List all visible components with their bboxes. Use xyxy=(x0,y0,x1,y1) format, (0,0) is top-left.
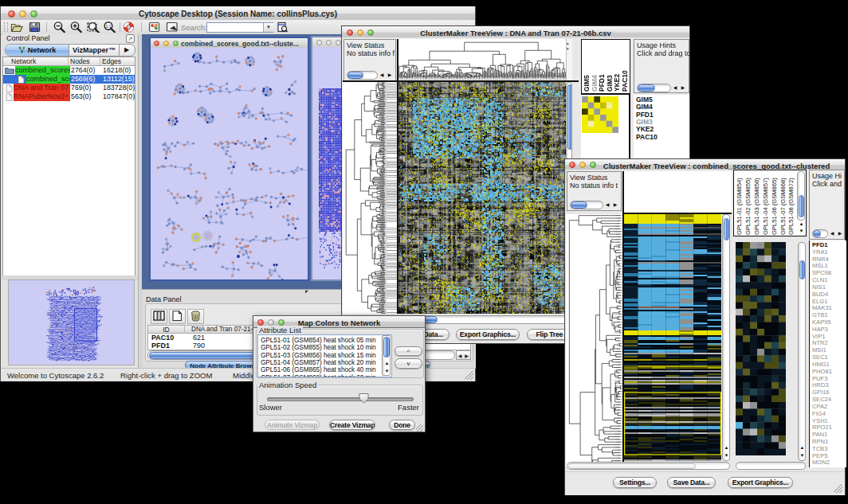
tv1-row-dendrogram[interactable] xyxy=(343,81,387,314)
attribute-search-button[interactable] xyxy=(277,21,289,33)
scroll-down-arrow-icon[interactable]: ▼ xyxy=(723,453,730,460)
tv2-minimize-button[interactable] xyxy=(579,162,586,168)
scrollbar-thumb[interactable] xyxy=(799,195,804,217)
annotation-tool-button[interactable] xyxy=(166,21,179,33)
create-attribute-button[interactable] xyxy=(171,311,183,322)
data-panel-collapse-arrow-icon[interactable]: ◤ xyxy=(305,289,308,294)
scroll-right-arrow-icon[interactable]: ▶ xyxy=(463,350,471,360)
scroll-down-arrow-icon[interactable]: ▼ xyxy=(798,229,805,235)
scroll-left-arrow-icon[interactable]: ◀ xyxy=(378,71,386,80)
attribute-list-item[interactable]: GPL51-07 (GSM868) heat shock 60 min xyxy=(261,373,376,378)
toolbar-drag-handle[interactable] xyxy=(4,22,8,32)
scroll-left-arrow-icon[interactable]: ◀ xyxy=(603,201,611,209)
attribute-list-vscroll[interactable]: ▲▼ xyxy=(382,335,391,376)
scroll-left-arrow-icon[interactable]: ◀ xyxy=(828,229,836,238)
scrollbar-thumb[interactable] xyxy=(571,201,587,209)
search-dropdown-arrow-icon[interactable]: ▼ xyxy=(263,23,273,32)
frame2-close-button[interactable] xyxy=(316,40,322,45)
network-modules-button[interactable] xyxy=(148,21,160,33)
dialog-button-animate-vizmap[interactable]: Animate Vizmap xyxy=(265,420,320,430)
network-table-row[interactable]: RNAPuberNov2+563(0)107847(0) xyxy=(3,92,135,101)
frame2-minimize-button[interactable] xyxy=(326,40,332,45)
animation-speed-slider-thumb[interactable] xyxy=(359,393,369,404)
tv1-zoom-matrix[interactable] xyxy=(582,96,618,133)
float-panel-icon[interactable]: ↗ xyxy=(126,34,135,43)
tab-network[interactable]: Network xyxy=(6,45,69,56)
scroll-down-arrow-icon[interactable]: ▼ xyxy=(383,368,391,375)
tv2-zoom-heatmap[interactable] xyxy=(736,242,786,455)
move-up-button[interactable]: ^ xyxy=(395,346,422,356)
delete-attribute-button[interactable] xyxy=(190,311,202,322)
scrollbar-thumb[interactable] xyxy=(799,260,805,279)
scrollbar-thumb[interactable] xyxy=(568,463,696,469)
zoom-selected-button[interactable] xyxy=(87,21,100,33)
tiny-down-arrow-icon[interactable]: ▾ xyxy=(567,46,571,51)
tiny-up-arrow-icon[interactable]: ▴ xyxy=(567,41,571,45)
frame1-minimize-button[interactable] xyxy=(163,41,169,46)
dialog-button-create-vizmap[interactable]: Create Vizmap xyxy=(329,420,375,430)
scrollbar-thumb[interactable] xyxy=(383,337,390,357)
scroll-up-arrow-icon[interactable]: ▲ xyxy=(798,221,805,228)
help-lifebuoy-button[interactable] xyxy=(123,21,135,33)
scrollbar-thumb[interactable] xyxy=(638,84,655,92)
scroll-right-arrow-icon[interactable]: ▶ xyxy=(679,84,687,92)
zoom-in-button[interactable] xyxy=(70,21,82,33)
tv2-status-scrollbar[interactable]: ◀▶ xyxy=(570,201,619,209)
zoom-out-button[interactable] xyxy=(53,21,65,33)
frame2-zoom-button[interactable] xyxy=(336,40,341,45)
tab-vizmapper[interactable]: VizMapper™ xyxy=(69,45,119,56)
tv2-genes-vscroll[interactable] xyxy=(798,242,806,461)
network-table-row[interactable]: combined_scores_2764(0)16218(0) xyxy=(3,66,135,75)
data-panel-toolbar-button[interactable] xyxy=(151,309,167,324)
resize-grip[interactable] xyxy=(465,371,474,381)
resize-grip[interactable] xyxy=(416,424,424,432)
scroll-left-arrow-icon[interactable]: ◀ xyxy=(671,84,679,92)
scroll-right-arrow-icon[interactable]: ▶ xyxy=(386,71,394,80)
scroll-up-arrow-icon[interactable]: ▲ xyxy=(383,360,391,367)
scroll-up-arrow-icon[interactable]: ▲ xyxy=(723,445,730,452)
scroll-up-arrow-icon[interactable]: ▲ xyxy=(799,445,806,452)
tv2-heatmap[interactable] xyxy=(624,214,721,461)
dialog-button-done[interactable]: Done xyxy=(389,420,415,430)
open-session-button[interactable] xyxy=(10,21,23,33)
save-session-button[interactable] xyxy=(29,21,41,33)
more-tabs-arrow-icon[interactable]: ▶ xyxy=(119,45,134,56)
resize-grip[interactable] xyxy=(834,484,843,494)
tv1-col-dendrogram[interactable] xyxy=(398,39,566,80)
move-down-button[interactable]: v xyxy=(395,358,422,369)
tv1-button-export-graphics[interactable]: Export Graphics... xyxy=(456,329,520,340)
scrollbar-thumb[interactable] xyxy=(347,72,363,79)
data-panel-toolbar-button[interactable] xyxy=(187,309,204,324)
scroll-right-arrow-icon[interactable]: ▶ xyxy=(611,201,619,209)
zoom-fit-button[interactable]: 1:1 xyxy=(104,21,116,33)
scrollbar-thumb[interactable] xyxy=(813,230,821,237)
animation-speed-slider-track[interactable] xyxy=(267,397,414,401)
tv1-heatmap[interactable] xyxy=(398,82,566,314)
scrollbar-thumb[interactable] xyxy=(724,218,729,240)
tv2-hscroll-left[interactable] xyxy=(567,462,730,470)
tv2-hscroll-right[interactable] xyxy=(736,462,806,470)
network-table-row[interactable]: DNA and Tran 07769(0)183728(0) xyxy=(3,84,135,92)
tv2-button-export-graphics[interactable]: Export Graphics... xyxy=(728,477,793,488)
tv2-button-settings[interactable]: Settings... xyxy=(613,477,657,488)
data-panel-toolbar-button[interactable] xyxy=(169,309,186,324)
tv2-row-dendrogram[interactable] xyxy=(566,214,622,467)
tv1-usage-scrollbar[interactable]: ◀▶ xyxy=(637,84,687,92)
scroll-right-arrow-icon[interactable]: ▶ xyxy=(836,229,844,238)
tv2-zoom-button[interactable] xyxy=(590,162,596,168)
scrollbar-thumb[interactable] xyxy=(567,84,572,150)
tv1-status-scrollbar[interactable]: ◀▶ xyxy=(347,71,394,80)
attribute-list[interactable]: GPL51-01 (GSM854) heat shock 05 minGPL51… xyxy=(257,334,392,377)
tv2-usage-scrollbar[interactable]: ◀▶ xyxy=(812,229,844,238)
select-attributes-button[interactable] xyxy=(153,311,165,322)
network-cluster-view[interactable] xyxy=(151,48,308,279)
tv2-button-save-data[interactable]: Save Data... xyxy=(667,477,716,488)
frame1-close-button[interactable] xyxy=(154,41,159,46)
scroll-down-arrow-icon[interactable]: ▼ xyxy=(799,453,806,460)
network-table-row[interactable]: combined_sco2569(6)13112(15) xyxy=(3,75,135,84)
network-view-frame-1[interactable]: combined_scores_good.txt--cluste... xyxy=(149,37,309,281)
tv2-close-button[interactable] xyxy=(569,162,575,168)
birdseye-view[interactable] xyxy=(8,279,135,365)
tv2-labels-vscroll[interactable] xyxy=(797,171,805,221)
tv2-heat-vscroll[interactable] xyxy=(722,214,730,461)
